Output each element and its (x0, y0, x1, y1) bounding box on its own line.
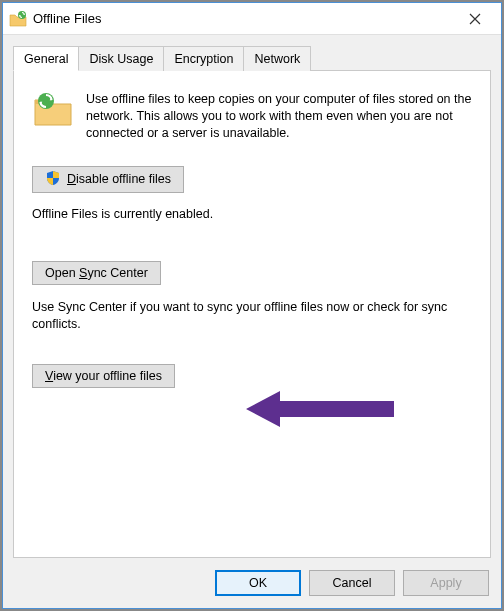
tab-network-label: Network (254, 52, 300, 66)
close-button[interactable] (455, 5, 495, 33)
tab-general[interactable]: General (13, 46, 79, 71)
open-sync-center-label: Open Sync Center (45, 266, 148, 280)
view-offline-files-button[interactable]: View your offline files (32, 364, 175, 388)
tab-encryption-label: Encryption (174, 52, 233, 66)
tab-disk-usage-label: Disk Usage (89, 52, 153, 66)
dialog-footer: OK Cancel Apply (3, 558, 501, 608)
tab-network[interactable]: Network (243, 46, 311, 71)
tab-panel-general: Use offline files to keep copies on your… (13, 70, 491, 558)
annotation-arrow-icon (246, 387, 396, 434)
offline-files-icon (9, 10, 27, 28)
ok-label: OK (249, 576, 267, 590)
apply-button[interactable]: Apply (403, 570, 489, 596)
window-title: Offline Files (33, 11, 101, 26)
sync-folder-icon (32, 91, 74, 129)
cancel-button[interactable]: Cancel (309, 570, 395, 596)
view-offline-files-label: View your offline files (45, 369, 162, 383)
shield-icon (45, 170, 61, 189)
tab-encryption[interactable]: Encryption (163, 46, 244, 71)
open-sync-center-button[interactable]: Open Sync Center (32, 261, 161, 285)
tab-general-label: General (24, 52, 68, 66)
sync-center-text: Use Sync Center if you want to sync your… (32, 299, 472, 334)
cancel-label: Cancel (333, 576, 372, 590)
tab-disk-usage[interactable]: Disk Usage (78, 46, 164, 71)
intro-text: Use offline files to keep copies on your… (86, 91, 472, 142)
titlebar: Offline Files (3, 3, 501, 35)
disable-offline-files-button[interactable]: Disable offline files (32, 166, 184, 193)
disable-button-label: Disable offline files (67, 172, 171, 186)
ok-button[interactable]: OK (215, 570, 301, 596)
intro-row: Use offline files to keep copies on your… (32, 91, 472, 142)
tab-bar: General Disk Usage Encryption Network (13, 45, 491, 70)
offline-files-dialog: Offline Files General Disk Usage Encrypt… (2, 2, 502, 609)
status-text: Offline Files is currently enabled. (32, 207, 472, 221)
dialog-body: General Disk Usage Encryption Network (3, 35, 501, 558)
apply-label: Apply (430, 576, 461, 590)
